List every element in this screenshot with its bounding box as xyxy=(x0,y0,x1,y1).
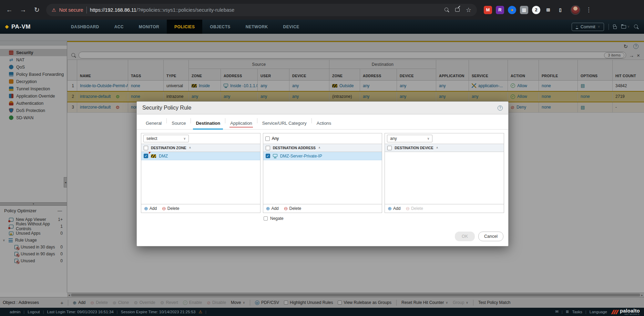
cancel-button[interactable]: Cancel xyxy=(478,232,503,241)
dialog-title: Security Policy Rule ? xyxy=(137,102,508,114)
last-login-time: Last Login Time: 09/01/2023 16:51:34 xyxy=(47,310,114,314)
sort-asc-icon: ∧ xyxy=(436,146,438,149)
reload-icon[interactable]: ↻ xyxy=(31,4,43,16)
nav-tab-objects[interactable]: OBJECTS xyxy=(202,20,238,34)
zoom-search-icon[interactable] xyxy=(444,8,449,12)
chevron-down-icon: ∨ xyxy=(183,137,186,140)
destination-device-dropdown[interactable]: any∨ xyxy=(387,135,432,142)
sort-asc-icon: ∧ xyxy=(318,146,320,149)
browser-chrome: ← → ↻ ⚠ Not secure https://192.168.86.11… xyxy=(0,0,644,20)
row-checkbox[interactable]: ✓ xyxy=(266,154,270,158)
profile-avatar[interactable] xyxy=(571,5,580,15)
logged-in-user: admin xyxy=(10,310,20,314)
forward-icon[interactable]: → xyxy=(17,4,29,16)
commit-button[interactable]: ↓ Commit ∨ xyxy=(572,23,604,31)
tab-destination[interactable]: Destination xyxy=(191,121,225,129)
panel-footer-destination-zone: ⊕Add⊖Delete xyxy=(141,204,260,213)
select-all-checkbox[interactable] xyxy=(266,146,270,150)
nav-tab-monitor[interactable]: MONITOR xyxy=(131,20,167,34)
navbar-divider xyxy=(609,24,609,30)
config-folder-icon[interactable] xyxy=(621,25,626,29)
negate-row: Negate xyxy=(137,213,508,221)
ext-side-panel-icon[interactable]: ▯ xyxy=(556,6,564,14)
panel-destination-device: any∨DESTINATION DEVICE∧⊕Add⊖Delete xyxy=(385,133,504,213)
language-link[interactable]: Language xyxy=(590,310,607,314)
panel-footer-destination-address: ⊕Add⊖Delete xyxy=(263,204,382,213)
ext-reader-icon[interactable]: R xyxy=(496,6,504,14)
chevron-down-icon: ∨ xyxy=(627,25,630,28)
logout-link[interactable]: Logout xyxy=(28,310,40,314)
panel-footer-destination-device: ⊕Add⊖Delete xyxy=(385,204,504,213)
messages-icon[interactable]: ✉ xyxy=(555,310,559,314)
add-icon: ⊕ xyxy=(144,206,148,211)
address-bar[interactable]: ⚠ Not secure https://192.168.86.11/?#pol… xyxy=(46,4,477,16)
session-warning-icon[interactable]: ⚠ xyxy=(198,310,202,314)
delete-icon: ⊖ xyxy=(162,206,166,211)
any-checkbox[interactable] xyxy=(265,136,270,141)
destination-address-item[interactable]: ✓DMZ-Server-Private-IP xyxy=(263,152,382,160)
panel-top-destination-address: Any xyxy=(263,133,382,144)
sort-asc-icon: ∧ xyxy=(189,146,191,149)
not-secure-warning-icon[interactable]: ⚠ xyxy=(52,8,56,12)
add-button[interactable]: ⊕Add xyxy=(144,206,157,211)
select-all-checkbox[interactable] xyxy=(387,146,392,150)
ext-badge-2-icon[interactable]: 2 xyxy=(532,6,540,14)
url-text[interactable]: https://192.168.86.11/?#policies::vsys1:… xyxy=(90,7,235,13)
panel-header-destination-address[interactable]: DESTINATION ADDRESS∧ xyxy=(263,144,382,152)
app-content: Security⇄NATQoSPolicy Based ForwardingDe… xyxy=(0,34,644,308)
select-all-checkbox[interactable] xyxy=(144,146,148,150)
nav-tab-dashboard[interactable]: DASHBOARD xyxy=(63,20,107,34)
pan-logo-icon xyxy=(5,25,9,29)
commit-icon: ↓ xyxy=(576,24,578,29)
not-secure-label[interactable]: Not secure xyxy=(59,7,83,13)
address-divider xyxy=(86,7,87,13)
back-icon[interactable]: ← xyxy=(3,4,15,16)
paloalto-logo: paloalto NETWORKS xyxy=(612,308,640,315)
zone-flag-icon xyxy=(151,154,156,158)
nav-tab-acc[interactable]: ACC xyxy=(107,20,131,34)
session-expire-time: Session Expire Time: 10/14/2023 21:25:53 xyxy=(121,310,196,314)
security-policy-rule-dialog: Security Policy Rule ? GeneralSourceDest… xyxy=(136,101,509,246)
tab-service-url-category[interactable]: Service/URL Category xyxy=(257,121,311,129)
tab-source[interactable]: Source xyxy=(167,121,191,129)
brand: PA-VM xyxy=(6,23,31,30)
browser-menu-icon[interactable]: ⋮ xyxy=(586,7,592,13)
tab-general[interactable]: General xyxy=(141,121,166,129)
panel-header-destination-device[interactable]: DESTINATION DEVICE∧ xyxy=(385,144,504,152)
share-icon[interactable] xyxy=(455,8,460,12)
tasks-link[interactable]: Tasks xyxy=(572,310,582,314)
delete-button[interactable]: ⊖Delete xyxy=(284,206,301,211)
nav-tab-device[interactable]: DEVICE xyxy=(276,20,307,34)
destination-device-list xyxy=(385,152,504,204)
delete-button[interactable]: ⊖Delete xyxy=(162,206,179,211)
delete-button: ⊖Delete xyxy=(406,206,423,211)
ext-extensions-puzzle-icon[interactable]: ⊞ xyxy=(544,6,552,14)
negate-checkbox[interactable] xyxy=(264,216,268,221)
add-button[interactable]: ⊕Add xyxy=(266,206,279,211)
unlock-icon[interactable] xyxy=(613,26,617,29)
navbar-right: ↓ Commit ∨ ∨ xyxy=(572,23,638,31)
bookmark-star-icon[interactable]: ☆ xyxy=(466,7,471,13)
ext-stylus-icon[interactable]: ▨ xyxy=(520,6,528,14)
tab-actions[interactable]: Actions xyxy=(312,121,336,129)
dialog-tabs: GeneralSourceDestinationApplicationServi… xyxy=(137,115,508,130)
tasks-icon[interactable]: ≣ xyxy=(566,310,569,314)
panel-top-destination-device: any∨ xyxy=(385,133,504,144)
chevron-down-icon: ∨ xyxy=(427,137,430,140)
row-checkbox[interactable]: ✓ xyxy=(144,154,148,158)
destination-zone-item[interactable]: ✓DMZ xyxy=(141,152,260,160)
add-icon: ⊕ xyxy=(266,206,270,211)
nav-tab-policies[interactable]: POLICIES xyxy=(167,20,202,34)
add-icon: ⊕ xyxy=(388,206,392,211)
tab-application[interactable]: Application xyxy=(225,121,257,129)
dialog-help-icon[interactable]: ? xyxy=(498,105,503,111)
add-button[interactable]: ⊕Add xyxy=(388,206,400,211)
nav-tab-network[interactable]: NETWORK xyxy=(238,20,276,34)
ok-button[interactable]: OK xyxy=(455,232,475,241)
global-search-icon[interactable] xyxy=(634,24,638,29)
status-bar: admin | Logout | Last Login Time: 09/01/… xyxy=(0,308,644,316)
ext-shield-icon[interactable]: ● xyxy=(508,6,516,14)
panel-header-destination-zone[interactable]: DESTINATION ZONE∧ xyxy=(141,144,260,152)
ext-gmail-icon[interactable]: M xyxy=(484,6,492,14)
destination-zone-dropdown[interactable]: select∨ xyxy=(143,135,189,142)
